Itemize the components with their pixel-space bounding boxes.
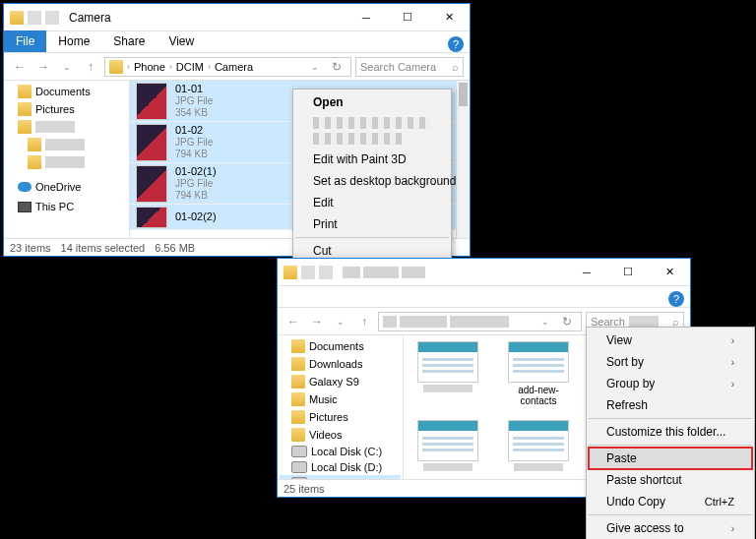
qat-icon[interactable] bbox=[319, 266, 333, 279]
thumbnail bbox=[508, 420, 569, 461]
breadcrumb[interactable]: Phone bbox=[134, 61, 165, 73]
maximize-button[interactable]: ☐ bbox=[607, 259, 649, 286]
tab-view[interactable]: View bbox=[157, 30, 206, 52]
dropdown-icon[interactable]: ⌄ bbox=[305, 57, 325, 77]
redacted-item[interactable] bbox=[313, 133, 402, 145]
redacted-label bbox=[35, 121, 75, 133]
address-bar[interactable]: ⌄ ↻ bbox=[378, 312, 582, 331]
tree-node-thispc[interactable]: This PC bbox=[6, 199, 127, 214]
menu-edit[interactable]: Edit bbox=[295, 192, 449, 213]
chevron-right-icon: › bbox=[127, 62, 130, 72]
menu-sortby[interactable]: Sort by› bbox=[589, 351, 752, 373]
menu-refresh[interactable]: Refresh bbox=[589, 394, 752, 416]
tree-node[interactable]: Pictures bbox=[280, 408, 401, 426]
folder-icon bbox=[18, 120, 32, 134]
redacted-text bbox=[363, 267, 399, 278]
window-title bbox=[339, 267, 566, 278]
address-bar[interactable]: › Phone › DCIM › Camera ⌄ ↻ bbox=[104, 57, 351, 77]
tab-share[interactable]: Share bbox=[101, 30, 157, 52]
menu-undo-copy[interactable]: Undo CopyCtrl+Z bbox=[589, 491, 752, 512]
menu-separator bbox=[295, 237, 449, 238]
menu-customize[interactable]: Customize this folder... bbox=[589, 421, 752, 443]
nav-bar: ← → ⌄ ↑ › Phone › DCIM › Camera ⌄ ↻ Sear… bbox=[4, 53, 470, 81]
chevron-right-icon: › bbox=[208, 62, 211, 72]
folder-icon bbox=[284, 266, 297, 279]
redacted-caption bbox=[514, 463, 563, 471]
up-button[interactable]: ↑ bbox=[81, 57, 100, 77]
minimize-button[interactable]: ─ bbox=[346, 4, 387, 31]
maximize-button[interactable]: ☐ bbox=[387, 4, 428, 31]
tree-node[interactable]: Pictures bbox=[6, 100, 127, 118]
tree-node[interactable]: Local Disk (E:) bbox=[280, 475, 401, 479]
thumbnail bbox=[508, 341, 569, 383]
history-button[interactable]: ⌄ bbox=[57, 57, 77, 77]
qat-icon[interactable] bbox=[28, 11, 41, 25]
tree-node[interactable]: Documents bbox=[280, 337, 401, 355]
redacted-item[interactable] bbox=[313, 117, 431, 129]
file-type: JPG File bbox=[175, 137, 213, 149]
close-button[interactable]: ✕ bbox=[428, 4, 470, 31]
search-icon: ⌕ bbox=[452, 61, 459, 73]
tab-file[interactable]: File bbox=[4, 30, 46, 52]
breadcrumb[interactable]: Camera bbox=[215, 61, 253, 73]
menu-separator bbox=[589, 445, 752, 446]
minimize-button[interactable]: ─ bbox=[566, 259, 607, 286]
help-icon[interactable]: ? bbox=[668, 291, 684, 307]
folder-icon bbox=[291, 410, 305, 424]
scroll-thumb[interactable] bbox=[459, 83, 468, 106]
shortcut-label: Ctrl+Z bbox=[705, 496, 734, 508]
titlebar[interactable]: ─ ☐ ✕ bbox=[278, 259, 690, 286]
pc-icon bbox=[18, 202, 32, 212]
file-card[interactable]: add-new-contacts bbox=[500, 341, 577, 406]
file-caption: add-new-contacts bbox=[500, 385, 577, 406]
tree-node[interactable]: Local Disk (D:) bbox=[280, 459, 401, 475]
menu-paste-shortcut[interactable]: Paste shortcut bbox=[589, 469, 752, 491]
titlebar[interactable]: Camera ─ ☐ ✕ bbox=[4, 4, 470, 31]
scrollbar[interactable] bbox=[456, 81, 470, 238]
folder-icon bbox=[28, 138, 41, 151]
up-button[interactable]: ↑ bbox=[354, 312, 374, 331]
tree-node[interactable]: Videos bbox=[280, 426, 401, 444]
folder-icon bbox=[10, 11, 24, 25]
refresh-icon[interactable]: ↻ bbox=[557, 312, 577, 331]
forward-button[interactable]: → bbox=[33, 57, 53, 77]
tree-node[interactable]: Local Disk (C:) bbox=[280, 444, 401, 459]
refresh-icon[interactable]: ↻ bbox=[327, 57, 346, 77]
back-button[interactable]: ← bbox=[284, 312, 303, 331]
menu-paste[interactable]: Paste bbox=[589, 448, 752, 469]
chevron-right-icon: › bbox=[731, 335, 734, 346]
help-icon[interactable]: ? bbox=[448, 36, 464, 52]
forward-button[interactable]: → bbox=[307, 312, 327, 331]
search-input[interactable]: Search Camera ⌕ bbox=[355, 57, 464, 77]
history-button[interactable]: ⌄ bbox=[331, 312, 350, 331]
file-card[interactable] bbox=[410, 341, 486, 406]
tree-node[interactable] bbox=[6, 153, 127, 171]
menu-print[interactable]: Print bbox=[295, 213, 449, 235]
folder-icon bbox=[291, 339, 305, 353]
tree-node[interactable]: Documents bbox=[6, 83, 127, 100]
tree-node[interactable] bbox=[6, 136, 127, 153]
qat-icon[interactable] bbox=[301, 266, 315, 279]
chevron-right-icon: › bbox=[731, 523, 734, 534]
back-button[interactable]: ← bbox=[10, 57, 30, 77]
tree-node[interactable] bbox=[6, 118, 127, 136]
tree-node[interactable]: Downloads bbox=[280, 355, 401, 373]
file-card[interactable] bbox=[500, 420, 577, 471]
tree-node[interactable]: Music bbox=[280, 390, 401, 408]
tab-home[interactable]: Home bbox=[46, 30, 101, 52]
menu-groupby[interactable]: Group by› bbox=[589, 373, 752, 394]
dropdown-icon[interactable]: ⌄ bbox=[536, 312, 555, 331]
breadcrumb[interactable]: DCIM bbox=[176, 61, 204, 73]
menu-set-background[interactable]: Set as desktop background bbox=[295, 170, 449, 192]
tree-node[interactable]: Galaxy S9 bbox=[280, 373, 401, 390]
menu-view[interactable]: View› bbox=[589, 329, 752, 351]
menu-open[interactable]: Open bbox=[295, 91, 449, 113]
close-button[interactable]: ✕ bbox=[649, 259, 690, 286]
menu-paint3d[interactable]: Edit with Paint 3D bbox=[295, 149, 449, 170]
menu-give-access[interactable]: Give access to› bbox=[589, 517, 752, 539]
file-card[interactable] bbox=[410, 420, 486, 471]
nav-tree[interactable]: Documents Downloads Galaxy S9 Music Pict… bbox=[278, 335, 404, 479]
qat-icon[interactable] bbox=[45, 11, 59, 25]
tree-node-onedrive[interactable]: OneDrive bbox=[6, 179, 127, 195]
nav-tree[interactable]: Documents Pictures OneDrive This PC bbox=[4, 81, 130, 238]
